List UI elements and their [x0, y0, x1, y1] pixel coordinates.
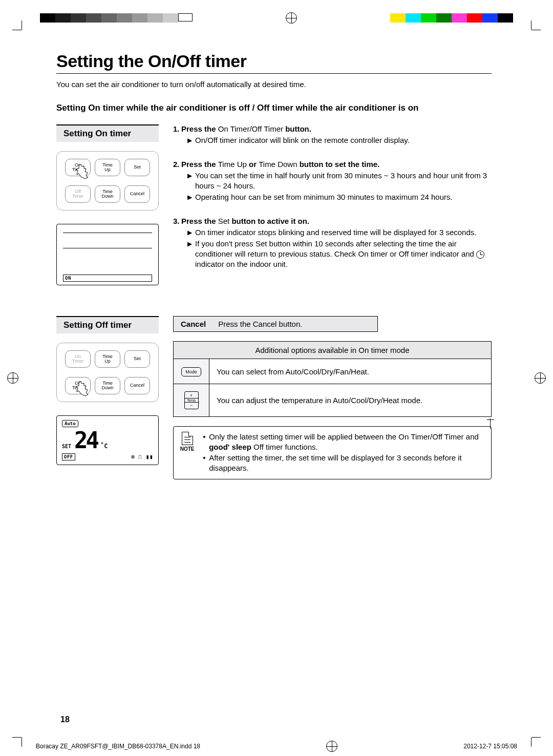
on-timer-button: On Timer	[65, 159, 91, 176]
mode-chip: Mode	[181, 367, 201, 376]
clock-icon	[476, 250, 484, 259]
off-indicator-badge: OFF	[62, 453, 75, 460]
note-item: Only the latest setting timer will be ap…	[203, 432, 485, 452]
intro-text: You can set the air conditioner to turn …	[56, 80, 492, 89]
temp-chip: + Temp −	[184, 391, 199, 409]
note-icon	[182, 432, 193, 445]
page-title: Setting the On/Off timer	[56, 51, 492, 71]
set-label: SET	[62, 444, 71, 449]
print-registration-bottom: Boracay ZE_AR09FSFT@_IBIM_DB68-03378A_EN…	[0, 741, 553, 752]
option-mode-icon-cell: Mode	[174, 359, 209, 384]
bullet-icon: ▶	[187, 227, 192, 238]
crop-mark	[522, 728, 531, 738]
off-timer-button: Off Timer	[65, 377, 91, 394]
additional-options-table: Additional options available in On timer…	[173, 341, 492, 417]
off-timer-button: Off Timer	[65, 185, 91, 203]
time-down-button: Time Down	[95, 377, 120, 394]
print-registration-top	[0, 13, 553, 24]
registration-mark-icon	[286, 12, 297, 24]
registration-mark-right	[535, 372, 546, 384]
option-temp-text: You can adjust the temperature in Auto/C…	[209, 384, 492, 417]
off-timer-heading: Setting Off timer	[56, 316, 159, 333]
set-button: Set	[124, 350, 150, 368]
page-number: 18	[60, 715, 70, 724]
registration-mark-icon	[326, 741, 337, 752]
cancel-label: Cancel	[174, 317, 213, 331]
color-swatches	[390, 13, 513, 23]
temperature-value: 24	[74, 427, 97, 453]
registration-mark-left	[7, 372, 18, 384]
on-timer-heading: Setting On timer	[56, 124, 159, 142]
time-up-button: Time Up	[95, 159, 120, 176]
note-label: NOTE	[180, 446, 195, 452]
time-down-button: Time Down	[95, 185, 120, 203]
option-temp-icon-cell: + Temp −	[174, 384, 209, 417]
footer-file-info: Boracay ZE_AR09FSFT@_IBIM_DB68-03378A_EN…	[36, 743, 200, 750]
time-up-button: Time Up	[95, 350, 120, 368]
bullet-icon: ▶	[187, 192, 192, 202]
remote-button-panel-off: On Timer Time Up Set Off Timer Time Down…	[56, 343, 159, 402]
crop-mark	[22, 30, 31, 39]
footer-timestamp: 2012-12-7 15:05:08	[463, 743, 517, 750]
set-button: Set	[124, 159, 150, 176]
section-on-timer: Setting On timer On Timer Time Up Set Of…	[56, 124, 492, 285]
crop-mark	[22, 728, 31, 738]
crop-mark	[522, 30, 531, 39]
options-header: Additional options available in On timer…	[174, 342, 492, 359]
section-off-timer: Setting Off timer On Timer Time Up Set O…	[56, 316, 492, 479]
auto-chip: Auto	[62, 420, 78, 427]
title-rule	[56, 73, 492, 74]
step-3: 3. Press the Set button to active it on.…	[173, 217, 492, 269]
note-item: After setting the timer, the set time wi…	[203, 453, 485, 473]
on-indicator-badge: ON	[63, 275, 152, 282]
remote-display-on: ON	[56, 224, 159, 285]
unit-label: ˚C	[100, 443, 108, 450]
bullet-icon: ▶	[187, 135, 192, 145]
bullet-icon: ▶	[187, 171, 192, 191]
cancel-button: Cancel	[124, 185, 150, 203]
bullet-icon: ▶	[187, 239, 192, 269]
cancel-button: Cancel	[124, 377, 150, 394]
mode-icons: ❄ ⎍ ▮▮	[131, 453, 153, 460]
step-2: 2. Press the Time Up or Time Down button…	[173, 160, 492, 202]
remote-display-off: Auto SET 24 ˚C OFF ❄ ⎍ ▮▮	[56, 415, 159, 465]
note-cut-mark-icon	[490, 418, 497, 429]
on-timer-button: On Timer	[65, 350, 91, 368]
cancel-instruction-box: Cancel Press the Cancel button.	[173, 316, 378, 332]
step-1: 1. Press the On Timer/Off Timer button. …	[173, 124, 492, 145]
page-content: Setting the On/Off timer You can set the…	[56, 51, 492, 510]
remote-button-panel-on: On Timer Time Up Set Off Timer Time Down…	[56, 151, 159, 211]
option-mode-text: You can select from Auto/Cool/Dry/Fan/He…	[209, 359, 492, 384]
note-box: NOTE Only the latest setting timer will …	[173, 426, 492, 479]
grayscale-swatches	[40, 13, 193, 23]
subheading: Setting On timer while the air condition…	[56, 103, 492, 113]
